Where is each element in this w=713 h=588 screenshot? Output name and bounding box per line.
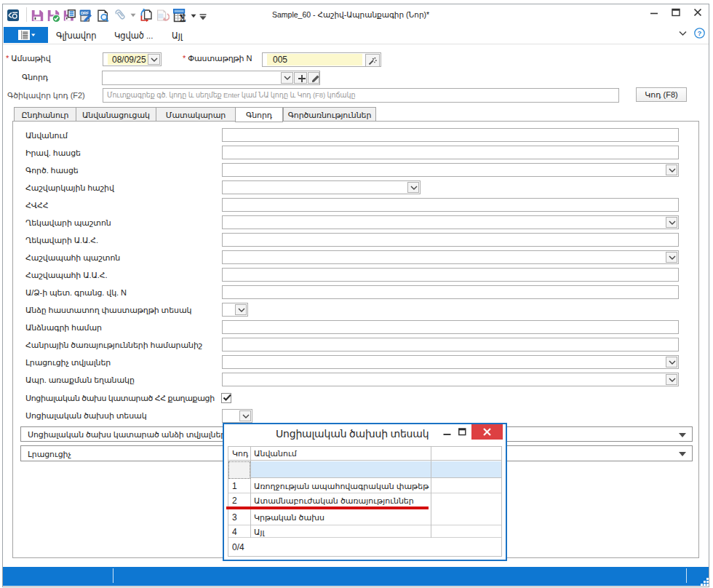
svg-text:?: ? [698, 29, 702, 37]
svg-text:Σ: Σ [180, 13, 186, 23]
svg-text:DRF: DRF [81, 11, 89, 15]
